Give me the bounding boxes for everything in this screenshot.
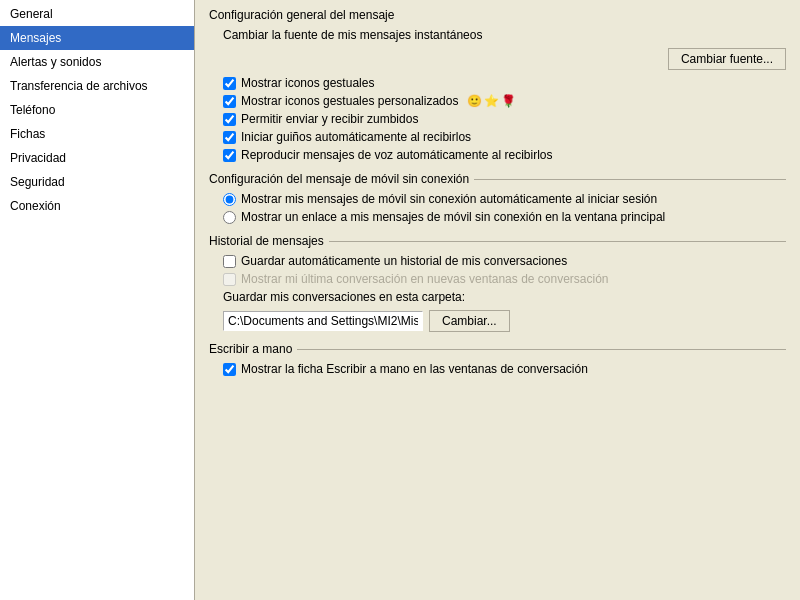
config-general-title: Configuración general del mensaje xyxy=(209,8,786,22)
emoji-icon: 🙂 xyxy=(467,94,482,108)
sidebar-item-privacidad[interactable]: Privacidad xyxy=(0,146,194,170)
checkbox-iconos_personalizados[interactable] xyxy=(223,95,236,108)
emoji-icon: ⭐ xyxy=(484,94,499,108)
cambiar-fuente-row: Cambiar fuente... xyxy=(209,48,786,70)
sidebar-item-telefono[interactable]: Teléfono xyxy=(0,98,194,122)
checkbox-label-iconos_gestuales: Mostrar iconos gestuales xyxy=(241,76,374,90)
sidebar-item-general[interactable]: General xyxy=(0,2,194,26)
checkbox-row-iconos_gestuales: Mostrar iconos gestuales xyxy=(209,76,786,90)
cambiar-fuente-button[interactable]: Cambiar fuente... xyxy=(668,48,786,70)
guardar-carpeta-row: Cambiar... xyxy=(209,310,786,332)
config-movil-separator: Configuración del mensaje de móvil sin c… xyxy=(209,172,786,186)
checkbox-label-iconos_personalizados: Mostrar iconos gestuales personalizados xyxy=(241,94,458,108)
checkbox-row-iconos_personalizados: Mostrar iconos gestuales personalizados🙂… xyxy=(209,94,786,108)
checkbox-escribir_ficha[interactable] xyxy=(223,363,236,376)
guardar-carpeta-label: Guardar mis conversaciones en esta carpe… xyxy=(209,290,786,304)
sidebar-item-fichas[interactable]: Fichas xyxy=(0,122,194,146)
sidebar-item-mensajes[interactable]: Mensajes xyxy=(0,26,194,50)
checkbox-row-escribir_ficha: Mostrar la ficha Escribir a mano en las … xyxy=(209,362,786,376)
checkbox-guardar_historial[interactable] xyxy=(223,255,236,268)
radio-mostrar_automatico[interactable] xyxy=(223,193,236,206)
checkbox-row-zumbidos: Permitir enviar y recibir zumbidos xyxy=(209,112,786,126)
checkbox-label-escribir_ficha: Mostrar la ficha Escribir a mano en las … xyxy=(241,362,588,376)
checkbox-row-mensajes_voz: Reproducir mensajes de voz automáticamen… xyxy=(209,148,786,162)
historial-separator: Historial de mensajes xyxy=(209,234,786,248)
radio-row-mostrar_enlace: Mostrar un enlace a mis mensajes de móvi… xyxy=(209,210,786,224)
radio-label-mostrar_enlace: Mostrar un enlace a mis mensajes de móvi… xyxy=(241,210,665,224)
radio-label-mostrar_automatico: Mostrar mis mensajes de móvil sin conexi… xyxy=(241,192,657,206)
checkbox-zumbidos[interactable] xyxy=(223,113,236,126)
radio-row-mostrar_automatico: Mostrar mis mensajes de móvil sin conexi… xyxy=(209,192,786,206)
sidebar-item-alertas[interactable]: Alertas y sonidos xyxy=(0,50,194,74)
checkbox-row-mostrar_ultima: Mostrar mi última conversación en nuevas… xyxy=(209,272,786,286)
guardar-path-input[interactable] xyxy=(223,311,423,331)
checkbox-mostrar_ultima xyxy=(223,273,236,286)
emoji-icons: 🙂⭐🌹 xyxy=(467,94,516,108)
checkbox-label-mensajes_voz: Reproducir mensajes de voz automáticamen… xyxy=(241,148,552,162)
sidebar-item-conexion[interactable]: Conexión xyxy=(0,194,194,218)
sidebar-item-transferencia[interactable]: Transferencia de archivos xyxy=(0,74,194,98)
cambiar-carpeta-button[interactable]: Cambiar... xyxy=(429,310,510,332)
cambiar-fuente-subtitle: Cambiar la fuente de mis mensajes instan… xyxy=(209,28,786,42)
main-content: Configuración general del mensajeCambiar… xyxy=(195,0,800,600)
checkbox-mensajes_voz[interactable] xyxy=(223,149,236,162)
escribir-separator: Escribir a mano xyxy=(209,342,786,356)
emoji-icon: 🌹 xyxy=(501,94,516,108)
sidebar: GeneralMensajesAlertas y sonidosTransfer… xyxy=(0,0,195,600)
checkbox-label-guinos: Iniciar guiños automáticamente al recibi… xyxy=(241,130,471,144)
checkbox-label-mostrar_ultima: Mostrar mi última conversación en nuevas… xyxy=(241,272,609,286)
radio-mostrar_enlace[interactable] xyxy=(223,211,236,224)
checkbox-row-guinos: Iniciar guiños automáticamente al recibi… xyxy=(209,130,786,144)
checkbox-label-zumbidos: Permitir enviar y recibir zumbidos xyxy=(241,112,418,126)
checkbox-iconos_gestuales[interactable] xyxy=(223,77,236,90)
checkbox-guinos[interactable] xyxy=(223,131,236,144)
sidebar-item-seguridad[interactable]: Seguridad xyxy=(0,170,194,194)
checkbox-row-guardar_historial: Guardar automáticamente un historial de … xyxy=(209,254,786,268)
checkbox-label-guardar_historial: Guardar automáticamente un historial de … xyxy=(241,254,567,268)
